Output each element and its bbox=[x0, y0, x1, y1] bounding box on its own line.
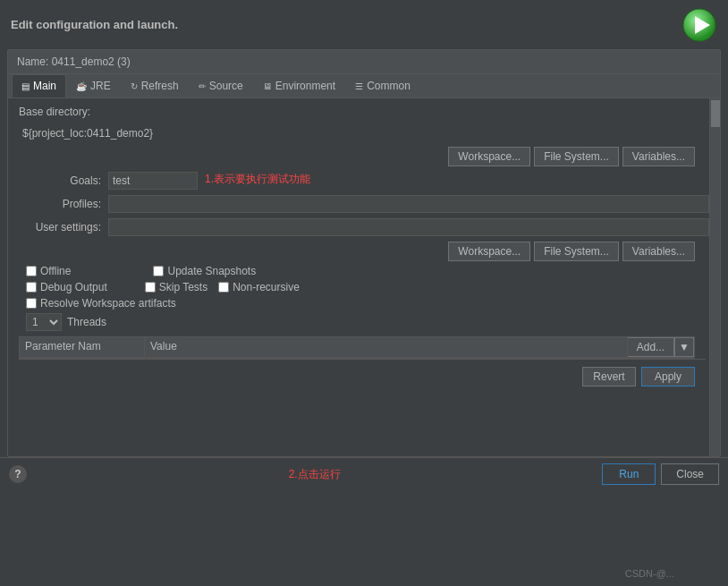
checkboxes-row-1: Offline Update Snapshots bbox=[26, 265, 709, 277]
profiles-row: Profiles: bbox=[19, 195, 709, 213]
user-settings-input[interactable] bbox=[108, 218, 709, 236]
footer-bar: ? 2.点击运行 Run Close bbox=[0, 457, 728, 490]
footer-hint: 2.点击运行 bbox=[289, 467, 341, 482]
name-bar: Name: 0411_demo2 (3) bbox=[8, 50, 720, 74]
threads-label: Threads bbox=[67, 316, 106, 328]
refresh-tab-icon: ↻ bbox=[131, 81, 138, 91]
base-directory-value: ${project_loc:0411_demo2} bbox=[19, 125, 157, 141]
profiles-input[interactable] bbox=[108, 195, 709, 213]
tab-main[interactable]: ▤ Main bbox=[12, 74, 66, 98]
page-title: Edit configuration and launch. bbox=[11, 18, 178, 31]
table-header: Parameter Nam Value Add... ▼ bbox=[20, 337, 694, 358]
tab-bar: ▤ Main ☕ JRE ↻ Refresh ✏ Source 🖥 Enviro… bbox=[8, 74, 720, 98]
tab-jre[interactable]: ☕ JRE bbox=[66, 74, 121, 98]
main-dialog: Name: 0411_demo2 (3) ▤ Main ☕ JRE ↻ Refr… bbox=[7, 49, 721, 457]
skip-tests-checkbox[interactable] bbox=[145, 282, 156, 293]
tab-source-label: Source bbox=[209, 80, 243, 92]
scrollbar[interactable] bbox=[709, 98, 720, 456]
offline-checkbox-label[interactable]: Offline bbox=[26, 265, 71, 277]
table-col-value: Value bbox=[145, 337, 628, 357]
content-area: Base directory: ${project_loc:0411_demo2… bbox=[8, 98, 720, 456]
profiles-label: Profiles: bbox=[19, 195, 108, 210]
resolve-workspace-checkbox[interactable] bbox=[26, 298, 37, 309]
base-dir-buttons: Workspace... File System... Variables... bbox=[19, 147, 695, 166]
footer-buttons: Run Close bbox=[602, 463, 719, 485]
help-icon[interactable]: ? bbox=[9, 465, 27, 483]
env-tab-icon: 🖥 bbox=[263, 81, 272, 91]
bottom-buttons: Revert Apply bbox=[19, 359, 706, 394]
tab-common[interactable]: ☰ Common bbox=[345, 74, 420, 98]
user-settings-buttons: Workspace... File System... Variables... bbox=[19, 242, 695, 261]
user-settings-row: User settings: bbox=[19, 218, 709, 236]
variables-button-1[interactable]: Variables... bbox=[622, 147, 695, 166]
jre-tab-icon: ☕ bbox=[76, 81, 87, 91]
non-recursive-label: Non-recursive bbox=[233, 281, 300, 293]
variables-button-2[interactable]: Variables... bbox=[622, 242, 695, 261]
tab-refresh[interactable]: ↻ Refresh bbox=[121, 74, 189, 98]
file-system-button-1[interactable]: File System... bbox=[534, 147, 619, 166]
base-directory-row: Base directory: bbox=[19, 106, 709, 120]
tab-jre-label: JRE bbox=[90, 80, 111, 92]
file-system-button-2[interactable]: File System... bbox=[534, 242, 619, 261]
add-button[interactable]: Add... bbox=[628, 337, 674, 357]
apply-button[interactable]: Apply bbox=[641, 367, 695, 386]
update-snapshots-checkbox-label[interactable]: Update Snapshots bbox=[153, 265, 256, 277]
debug-output-checkbox[interactable] bbox=[26, 282, 37, 293]
table-dropdown-button[interactable]: ▼ bbox=[674, 337, 694, 357]
source-tab-icon: ✏ bbox=[199, 81, 206, 91]
resolve-workspace-checkbox-label[interactable]: Resolve Workspace artifacts bbox=[26, 297, 176, 310]
user-settings-label: User settings: bbox=[19, 218, 108, 234]
close-button[interactable]: Close bbox=[661, 463, 719, 485]
debug-output-label: Debug Output bbox=[40, 281, 107, 293]
tab-main-label: Main bbox=[33, 80, 56, 92]
goals-label: Goals: bbox=[19, 172, 108, 187]
run-button[interactable]: Run bbox=[602, 463, 656, 485]
update-snapshots-checkbox[interactable] bbox=[153, 266, 164, 276]
offline-checkbox[interactable] bbox=[26, 266, 37, 276]
tab-environment-label: Environment bbox=[275, 80, 335, 92]
threads-row: 1 2 4 Threads bbox=[26, 313, 709, 331]
tab-common-label: Common bbox=[367, 80, 411, 92]
name-label: Name: bbox=[17, 55, 48, 68]
watermark: CSDN-@... bbox=[625, 568, 674, 579]
skip-tests-label: Skip Tests bbox=[159, 281, 207, 293]
workspace-button-2[interactable]: Workspace... bbox=[448, 242, 530, 261]
run-icon[interactable] bbox=[681, 7, 717, 43]
debug-output-checkbox-label[interactable]: Debug Output bbox=[26, 281, 107, 293]
checkboxes-row-3: Resolve Workspace artifacts bbox=[26, 297, 709, 310]
tab-source[interactable]: ✏ Source bbox=[189, 74, 253, 98]
resolve-workspace-label: Resolve Workspace artifacts bbox=[40, 297, 176, 310]
tab-environment[interactable]: 🖥 Environment bbox=[253, 74, 345, 98]
checkboxes-row-2: Debug Output Skip Tests Non-recursive bbox=[26, 281, 709, 293]
update-snapshots-label: Update Snapshots bbox=[167, 265, 256, 277]
workspace-button-1[interactable]: Workspace... bbox=[448, 147, 530, 166]
goals-row: Goals: 1.表示要执行测试功能 bbox=[19, 172, 709, 190]
main-tab-icon: ▤ bbox=[21, 81, 30, 91]
parameter-table: Parameter Nam Value Add... ▼ bbox=[19, 336, 695, 359]
goals-input[interactable] bbox=[108, 172, 198, 190]
non-recursive-checkbox-label[interactable]: Non-recursive bbox=[218, 281, 300, 293]
threads-select[interactable]: 1 2 4 bbox=[26, 313, 62, 331]
non-recursive-checkbox[interactable] bbox=[218, 282, 229, 293]
common-tab-icon: ☰ bbox=[355, 81, 363, 91]
offline-label: Offline bbox=[40, 265, 71, 277]
revert-button[interactable]: Revert bbox=[582, 367, 636, 386]
name-value: 0411_demo2 (3) bbox=[52, 55, 131, 68]
skip-tests-checkbox-label[interactable]: Skip Tests bbox=[145, 281, 207, 293]
base-directory-label: Base directory: bbox=[19, 106, 90, 118]
goals-hint: 1.表示要执行测试功能 bbox=[205, 172, 310, 187]
table-col-name: Parameter Nam bbox=[20, 337, 145, 357]
scrollbar-thumb bbox=[711, 100, 720, 127]
tab-refresh-label: Refresh bbox=[141, 80, 179, 92]
base-directory-value-row: ${project_loc:0411_demo2} bbox=[19, 125, 709, 141]
